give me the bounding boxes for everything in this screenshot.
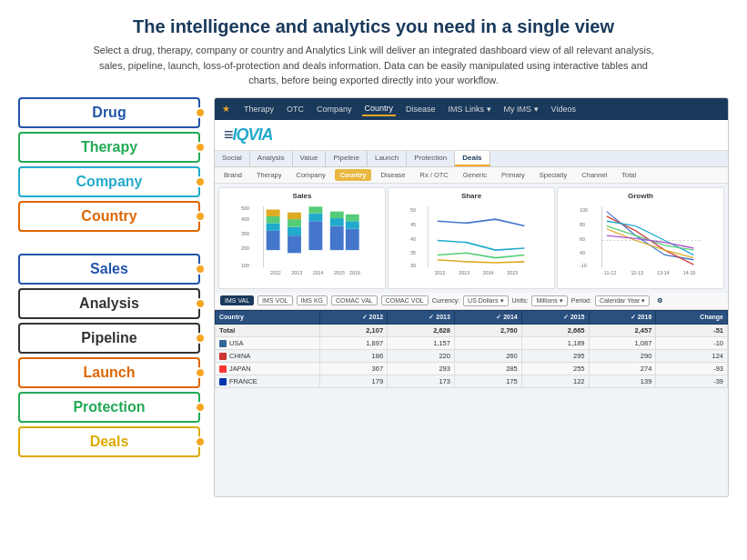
subtab-generic[interactable]: Generic xyxy=(458,169,492,181)
label-pipeline[interactable]: Pipeline xyxy=(18,323,200,354)
cell-value: 1,189 xyxy=(521,336,589,349)
tab-analysis[interactable]: Analysis xyxy=(250,151,293,166)
subtab-total[interactable]: Total xyxy=(616,169,641,181)
subtab-brand[interactable]: Brand xyxy=(218,169,247,181)
dashboard-tabs[interactable]: Social Analysis Value Pipeline Launch Pr… xyxy=(215,151,728,167)
period-select[interactable]: Calendar Year ▾ xyxy=(595,295,650,306)
subtab-rx-otc[interactable]: Rx / OTC xyxy=(415,169,454,181)
svg-rect-26 xyxy=(346,221,359,229)
svg-text:50: 50 xyxy=(410,206,416,212)
label-therapy[interactable]: Therapy xyxy=(18,132,200,163)
subtab-channel[interactable]: Channel xyxy=(576,169,612,181)
svg-text:2013: 2013 xyxy=(459,269,469,275)
nav-item-ims-links[interactable]: IMS Links ▾ xyxy=(446,103,494,115)
chart-growth-svg: 100 80 60 40 -10 11-12 12-13 13-14 14-15 xyxy=(561,202,720,279)
tab-deals[interactable]: Deals xyxy=(455,151,490,166)
subtab-company[interactable]: Company xyxy=(291,169,331,181)
subtab-specialty[interactable]: Specialty xyxy=(534,169,572,181)
connector-country xyxy=(195,211,206,222)
svg-text:100: 100 xyxy=(241,263,249,268)
ctrl-ims-vol[interactable]: IMS VOL xyxy=(257,295,292,305)
nav-item-company[interactable]: Company xyxy=(314,103,355,115)
cell-value: 175 xyxy=(454,375,521,387)
cell-value: 186 xyxy=(320,349,388,362)
svg-text:2012: 2012 xyxy=(435,269,446,275)
label-drug[interactable]: Drug xyxy=(18,97,200,128)
ctrl-comac-vol[interactable]: COMAC VOL xyxy=(381,295,429,305)
units-select[interactable]: Millions ▾ xyxy=(531,295,567,306)
dashboard: ★ Therapy OTC Company Country Disease IM… xyxy=(214,97,729,497)
ctrl-ims-kg[interactable]: IMS KG xyxy=(297,295,328,305)
connector-pipeline xyxy=(195,333,206,344)
settings-icon[interactable]: ⚙ xyxy=(657,297,662,305)
nav-item-country[interactable]: Country xyxy=(362,102,397,116)
cell-value: 179 xyxy=(320,375,388,387)
label-analysis[interactable]: Analysis xyxy=(18,288,200,319)
label-sales[interactable]: Sales xyxy=(18,254,200,285)
cell-country: CHINA xyxy=(216,349,320,362)
chart-growth-title: Growth xyxy=(561,192,720,200)
svg-rect-15 xyxy=(288,235,301,253)
connector-therapy xyxy=(195,142,206,153)
svg-rect-12 xyxy=(267,223,280,231)
tab-launch[interactable]: Launch xyxy=(368,151,407,166)
cell-value: 1,157 xyxy=(388,336,455,349)
svg-text:80: 80 xyxy=(580,221,585,226)
svg-text:30: 30 xyxy=(410,263,416,268)
svg-text:100: 100 xyxy=(580,206,588,212)
label-protection[interactable]: Protection xyxy=(18,392,200,423)
svg-rect-23 xyxy=(330,218,344,226)
controls-row: IMS VAL IMS VOL IMS KG COMAC VAL COMAC V… xyxy=(215,293,728,310)
tab-value[interactable]: Value xyxy=(293,151,327,166)
tab-social[interactable]: Social xyxy=(215,151,250,166)
header: The intelligence and analytics you need … xyxy=(18,16,729,88)
nav-item-videos[interactable]: Videos xyxy=(549,103,579,115)
country-name: FRANCE xyxy=(229,377,257,385)
cell-value: 122 xyxy=(521,375,589,387)
cell-value: 1,087 xyxy=(589,336,656,349)
label-launch[interactable]: Launch xyxy=(18,357,200,388)
nav-item-disease[interactable]: Disease xyxy=(403,103,439,115)
flag-icon xyxy=(219,378,227,385)
svg-rect-16 xyxy=(288,226,301,235)
data-table: Country ✓ 2012 ✓ 2013 ✓ 2014 ✓ 2015 ✓ 20… xyxy=(215,310,728,388)
cell-country: FRANCE xyxy=(216,375,320,387)
svg-text:2012: 2012 xyxy=(270,269,281,275)
svg-text:35: 35 xyxy=(410,250,416,255)
tab-protection[interactable]: Protection xyxy=(407,151,455,166)
col-header-country: Country xyxy=(216,310,320,324)
svg-rect-13 xyxy=(267,215,280,222)
nav-item-my-ims[interactable]: My IMS ▾ xyxy=(501,103,541,115)
dashboard-subtabs[interactable]: Brand Therapy Company Country Disease Rx… xyxy=(215,167,728,184)
ctrl-ims-val[interactable]: IMS VAL xyxy=(220,295,254,305)
country-name: Total xyxy=(219,326,235,335)
svg-rect-24 xyxy=(330,211,344,217)
nav-item-therapy[interactable]: Therapy xyxy=(241,103,277,115)
label-company[interactable]: Company xyxy=(18,166,200,197)
col-header-2013: ✓ 2013 xyxy=(388,310,455,324)
flag-icon xyxy=(219,353,227,360)
subtab-disease[interactable]: Disease xyxy=(375,169,410,181)
connector-launch xyxy=(195,367,206,378)
nav-item-otc[interactable]: OTC xyxy=(284,103,307,115)
subtab-therapy[interactable]: Therapy xyxy=(251,169,288,181)
label-deals[interactable]: Deals xyxy=(18,426,200,457)
label-country[interactable]: Country xyxy=(18,201,200,232)
cell-change: -39 xyxy=(656,375,728,387)
currency-select[interactable]: US Dollars ▾ xyxy=(463,295,508,306)
ctrl-comac-val[interactable]: COMAC VAL xyxy=(331,295,378,305)
content-area: Drug Therapy Company Country Sales A xyxy=(18,97,729,497)
svg-rect-18 xyxy=(288,212,301,218)
page: The intelligence and analytics you need … xyxy=(0,0,747,506)
subtab-country[interactable]: Country xyxy=(335,169,372,181)
country-name: CHINA xyxy=(229,352,250,360)
tab-pipeline[interactable]: Pipeline xyxy=(326,151,367,166)
svg-text:2014: 2014 xyxy=(483,269,494,275)
svg-text:2015: 2015 xyxy=(334,269,345,275)
subtab-primary[interactable]: Primary xyxy=(496,169,530,181)
cell-value: 139 xyxy=(589,375,656,387)
cell-value xyxy=(454,336,521,349)
chart-sales-title: Sales xyxy=(223,192,381,200)
connector-protection xyxy=(195,402,206,413)
svg-text:500: 500 xyxy=(241,205,249,210)
